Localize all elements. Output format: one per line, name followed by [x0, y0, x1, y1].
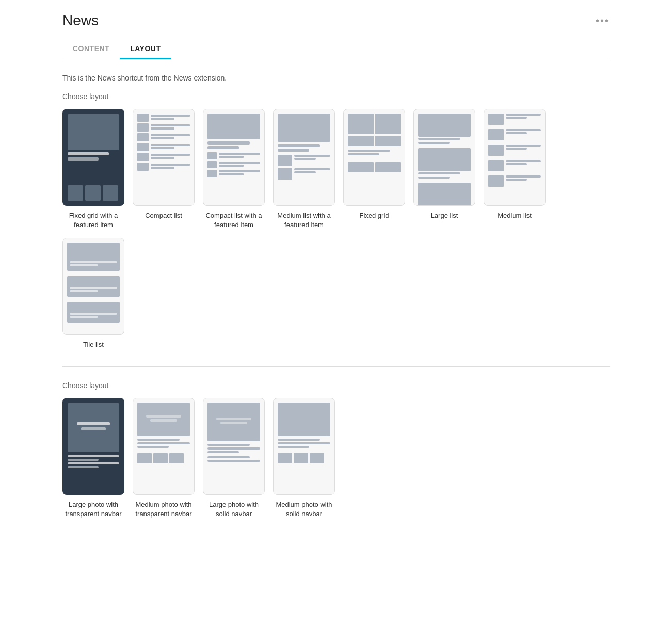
- layout-label: Tile list: [83, 340, 104, 349]
- section1-label: Choose layout: [62, 92, 610, 101]
- layout-label: Fixed grid: [359, 211, 389, 220]
- layout-medium-photo-transparent[interactable]: Medium photo with transparent navbar: [133, 398, 195, 519]
- layout-fixed-grid-featured[interactable]: Fixed grid with a featured item: [62, 109, 124, 230]
- page-header: News •••: [62, 12, 610, 29]
- tab-layout[interactable]: LAYOUT: [120, 39, 171, 59]
- layout-label: Medium list: [498, 211, 532, 220]
- layout-label: Medium photo with solid navbar: [273, 500, 335, 519]
- layout-medium-list[interactable]: Medium list: [484, 109, 546, 230]
- layout-compact-list[interactable]: Compact list: [133, 109, 195, 230]
- layout-compact-list-featured[interactable]: Compact list with a featured item: [203, 109, 265, 230]
- layout-label: Medium photo with transparent navbar: [133, 500, 195, 519]
- layout-large-photo-transparent[interactable]: Large photo with transparent navbar: [62, 398, 124, 519]
- layout-label: Large photo with transparent navbar: [62, 500, 124, 519]
- section2-label: Choose layout: [62, 381, 610, 390]
- layout-large-list[interactable]: Large list: [413, 109, 475, 230]
- section-divider: [62, 366, 610, 367]
- tab-content[interactable]: CONTENT: [62, 39, 120, 59]
- page-description: This is the News shortcut from the News …: [62, 74, 610, 82]
- layout-label: Large list: [431, 211, 458, 220]
- layout-label: Medium list with a featured item: [273, 211, 335, 230]
- layout-medium-list-featured[interactable]: Medium list with a featured item: [273, 109, 335, 230]
- section1-layout-grid: Fixed grid with a featured item: [62, 109, 610, 350]
- layout-fixed-grid[interactable]: Fixed grid: [343, 109, 405, 230]
- tab-bar: CONTENT LAYOUT: [62, 39, 610, 59]
- page-title: News: [62, 12, 99, 29]
- layout-label: Compact list: [145, 211, 182, 220]
- more-options-icon[interactable]: •••: [596, 15, 610, 27]
- layout-medium-photo-solid[interactable]: Medium photo with solid navbar: [273, 398, 335, 519]
- layout-tile-list[interactable]: Tile list: [62, 238, 124, 349]
- section2-layout-grid: Large photo with transparent navbar: [62, 398, 610, 519]
- layout-label: Compact list with a featured item: [203, 211, 265, 230]
- layout-large-photo-solid[interactable]: Large photo with solid navbar: [203, 398, 265, 519]
- layout-label: Fixed grid with a featured item: [62, 211, 124, 230]
- layout-label: Large photo with solid navbar: [203, 500, 265, 519]
